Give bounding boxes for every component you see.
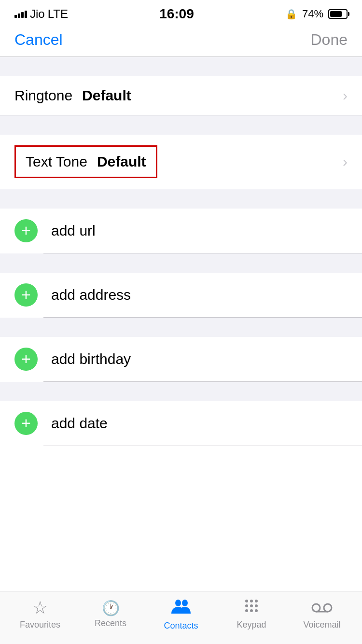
add-url-label: add url — [51, 223, 96, 239]
ringtone-row-left: Ringtone Default — [14, 87, 131, 104]
add-url-plus-button[interactable]: + — [14, 219, 38, 242]
svg-point-12 — [324, 604, 332, 612]
add-date-row[interactable]: + add date — [0, 401, 362, 446]
tab-favourites[interactable]: ☆ Favourites — [5, 598, 75, 630]
content-area: Ringtone Default › Text Tone Default › +… — [0, 57, 362, 504]
keypad-label: Keypad — [237, 620, 266, 630]
add-address-label: add address — [51, 287, 131, 303]
texttone-highlight-box: Text Tone Default — [14, 145, 157, 178]
svg-point-5 — [245, 604, 248, 607]
tab-contacts[interactable]: Contacts — [146, 597, 216, 631]
svg-point-9 — [250, 609, 253, 612]
spacer-2 — [0, 189, 362, 209]
ringtone-value: Default — [82, 87, 131, 104]
status-time: 16:09 — [159, 6, 194, 22]
signal-bar-1 — [14, 15, 17, 18]
add-birthday-plus-button[interactable]: + — [14, 348, 38, 371]
done-button[interactable]: Done — [311, 31, 348, 49]
battery-percent: 74% — [302, 8, 323, 20]
signal-bars — [14, 11, 27, 18]
status-right: 🔒 74% — [285, 8, 348, 20]
keypad-icon — [244, 598, 259, 618]
plus-icon-address: + — [21, 286, 31, 303]
status-bar: Jio LTE 16:09 🔒 74% — [0, 0, 362, 26]
spacer-4 — [0, 318, 362, 337]
battery-icon — [328, 9, 348, 19]
battery-fill — [330, 11, 342, 17]
spacer-3 — [0, 253, 362, 273]
tab-recents[interactable]: 🕐 Recents — [75, 600, 146, 629]
add-birthday-label: add birthday — [51, 351, 131, 367]
signal-bar-2 — [18, 14, 20, 18]
ringtone-label: Ringtone — [14, 87, 72, 104]
recents-icon: 🕐 — [102, 600, 120, 616]
contacts-label: Contacts — [164, 621, 198, 631]
texttone-chevron: › — [343, 154, 348, 170]
svg-point-6 — [250, 604, 253, 607]
svg-point-4 — [255, 600, 258, 602]
add-birthday-row[interactable]: + add birthday — [0, 337, 362, 381]
texttone-value: Default — [97, 154, 146, 170]
spacer-5 — [0, 382, 362, 401]
tab-keypad[interactable]: Keypad — [216, 598, 287, 630]
svg-point-7 — [255, 604, 258, 607]
carrier-name: Jio — [30, 7, 45, 21]
add-url-row[interactable]: + add url — [0, 209, 362, 253]
svg-point-8 — [245, 609, 248, 612]
svg-point-0 — [175, 600, 181, 606]
add-date-separator — [43, 446, 362, 446]
voicemail-icon — [311, 598, 333, 618]
contacts-icon — [171, 597, 191, 619]
svg-point-11 — [312, 604, 320, 612]
favourites-label: Favourites — [20, 620, 60, 630]
svg-point-2 — [245, 600, 248, 602]
recents-label: Recents — [95, 618, 126, 629]
cancel-button[interactable]: Cancel — [14, 31, 63, 49]
signal-bar-3 — [21, 12, 24, 18]
lock-icon: 🔒 — [285, 8, 297, 20]
top-spacer — [0, 57, 362, 76]
add-date-plus-button[interactable]: + — [14, 412, 38, 435]
svg-point-10 — [255, 609, 258, 612]
add-address-row[interactable]: + add address — [0, 273, 362, 317]
status-left: Jio LTE — [14, 7, 68, 21]
svg-point-1 — [182, 600, 188, 606]
tab-voicemail[interactable]: Voicemail — [287, 598, 357, 630]
ringtone-chevron: › — [343, 87, 348, 104]
plus-icon-date: + — [21, 415, 31, 431]
tab-bar: ☆ Favourites 🕐 Recents Contacts — [0, 591, 362, 644]
nav-bar: Cancel Done — [0, 26, 362, 56]
plus-icon-birthday: + — [21, 350, 31, 367]
network-type: LTE — [48, 7, 68, 21]
ringtone-row[interactable]: Ringtone Default › — [0, 76, 362, 115]
texttone-row[interactable]: Text Tone Default › — [0, 135, 362, 189]
svg-point-3 — [250, 600, 253, 602]
middle-spacer — [0, 115, 362, 135]
voicemail-label: Voicemail — [303, 620, 340, 630]
signal-bar-4 — [25, 11, 27, 18]
plus-icon-url: + — [21, 222, 31, 238]
add-date-label: add date — [51, 415, 108, 432]
add-address-plus-button[interactable]: + — [14, 283, 38, 307]
texttone-label: Text Tone — [26, 154, 87, 170]
favourites-icon: ☆ — [32, 598, 48, 618]
